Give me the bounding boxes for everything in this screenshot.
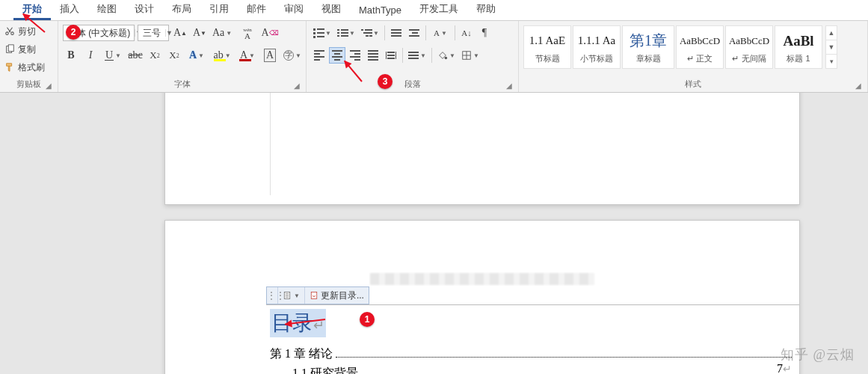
separator (425, 25, 426, 40)
watermark: 知乎 @云烟 (781, 346, 855, 364)
style-preview: 1.1 AaE (529, 31, 565, 52)
align-justify-button[interactable] (365, 47, 381, 64)
toc-update-button[interactable]: 更新目录... (304, 287, 369, 304)
shrink-font-button[interactable]: A▼ (191, 25, 208, 41)
phonetic-guide-button[interactable]: wén A (236, 25, 259, 41)
copy-label: 复制 (18, 43, 36, 56)
annotation-badge-2: 2 (66, 25, 81, 40)
font-launcher-icon[interactable]: ◢ (292, 82, 301, 91)
highlight-button[interactable]: ab▼ (211, 47, 233, 64)
copy-icon (4, 44, 15, 55)
style-name: ↵ 正文 (687, 53, 712, 64)
tab-view[interactable]: 视图 (313, 0, 350, 20)
tab-references[interactable]: 引用 (200, 0, 238, 20)
change-case-button[interactable]: Aa▼ (211, 25, 233, 41)
clear-formatting-button[interactable]: A⌫ (262, 25, 278, 41)
multilevel-list-button[interactable]: ▼ (359, 25, 381, 41)
italic-button[interactable]: I (82, 47, 99, 64)
separator (431, 48, 432, 63)
grow-font-button[interactable]: A▲ (172, 25, 188, 41)
style-preview: AaBbCcD (729, 31, 769, 52)
style-chapter-title[interactable]: 第1章 章标题 (622, 25, 674, 69)
style-preview: 1.1.1 Aa (578, 31, 615, 52)
paragraph-launcher-icon[interactable]: ◢ (505, 82, 514, 91)
increase-indent-button[interactable] (406, 25, 422, 41)
subscript-button[interactable]: X2 (147, 47, 163, 64)
style-normal[interactable]: AaBbCcD ↵ 正文 (676, 25, 724, 69)
scissors-icon (4, 26, 15, 37)
shading-button[interactable]: ▼ (435, 47, 458, 64)
phonetic-A: A (244, 33, 250, 39)
toc-entry-1-1[interactable]: 1.1 研究背景7↵ (292, 366, 792, 374)
underline-button[interactable]: U▼ (102, 47, 124, 64)
clipboard-launcher-icon[interactable]: ◢ (44, 82, 53, 91)
char-shading-button[interactable]: A (262, 47, 278, 64)
toc-leader-dots (361, 371, 792, 374)
borders-icon (461, 50, 472, 61)
copy-button[interactable]: 复制 (4, 42, 45, 57)
toc-options-button[interactable]: ▼ (277, 287, 304, 304)
gallery-up-button[interactable]: ▲ (826, 26, 837, 40)
tab-home[interactable]: 开始 (13, 0, 51, 20)
tab-insert[interactable]: 插入 (51, 0, 88, 20)
separator (402, 48, 403, 63)
borders-button[interactable]: ▼ (459, 47, 481, 64)
document-area[interactable]: ⋮⋮ ▼ 更新目录... 目录↵ 第 1 章 绪论7↵ 1.1 研究背景7↵ (0, 93, 868, 374)
gallery-down-button[interactable]: ▼ (826, 40, 837, 55)
chevron-down-icon: ▼ (294, 292, 300, 299)
tab-developer[interactable]: 开发工具 (410, 0, 467, 20)
text-effects-button[interactable]: A▼ (185, 47, 208, 64)
line-spacing-button[interactable]: ▼ (406, 47, 428, 64)
styles-group-label: 样式 (685, 79, 701, 88)
tab-review[interactable]: 审阅 (275, 0, 313, 20)
bullets-icon (313, 28, 324, 38)
previous-page (164, 93, 800, 205)
align-distribute-icon (386, 52, 396, 59)
font-color-swatch (239, 59, 251, 61)
show-marks-button[interactable]: ¶ (476, 25, 493, 41)
align-left-button[interactable] (311, 47, 327, 64)
decrease-indent-button[interactable] (388, 25, 404, 41)
style-no-spacing[interactable]: AaBbCcD ↵ 无间隔 (725, 25, 773, 69)
align-distribute-button[interactable] (383, 47, 399, 64)
bullets-button[interactable]: ▼ (311, 25, 333, 41)
current-page: ⋮⋮ ▼ 更新目录... 目录↵ 第 1 章 绪论7↵ 1.1 研究背景7↵ (164, 220, 800, 374)
highlight-color-swatch (214, 59, 226, 61)
format-painter-label: 格式刷 (18, 61, 45, 74)
toc-entry-text: 1.1 研究背景 (292, 366, 358, 374)
enclose-char-button[interactable]: 字▼ (281, 47, 304, 64)
style-subsection-title[interactable]: 1.1.1 Aa 小节标题 (573, 25, 621, 69)
style-preview: 第1章 (630, 31, 667, 52)
ribbon-tabstrip: 开始 插入 绘图 设计 布局 引用 邮件 审阅 视图 MathType 开发工具… (0, 0, 868, 21)
toc-update-label: 更新目录... (321, 289, 364, 302)
tab-draw[interactable]: 绘图 (88, 0, 126, 20)
sort-button[interactable]: A↓ (458, 25, 475, 41)
toc-field-border (266, 304, 799, 305)
tab-help[interactable]: 帮助 (467, 0, 505, 20)
tab-layout[interactable]: 布局 (163, 0, 200, 20)
line-spacing-icon (408, 51, 419, 60)
style-name: 小节标题 (580, 53, 613, 64)
style-preview: AaBl (783, 31, 813, 52)
style-section-title[interactable]: 1.1 AaE 节标题 (523, 25, 571, 69)
strikethrough-button[interactable]: abc (127, 47, 144, 64)
styles-gallery: 1.1 AaE 节标题 1.1.1 Aa 小节标题 第1章 章标题 AaBbCc… (523, 24, 837, 69)
tab-mailings[interactable]: 邮件 (238, 0, 275, 20)
styles-launcher-icon[interactable]: ◢ (854, 82, 863, 91)
tab-mathtype[interactable]: MathType (350, 1, 410, 20)
multilevel-icon (361, 29, 372, 37)
bold-button[interactable]: B (63, 47, 79, 64)
font-size-combo[interactable]: 三号 ▼ (138, 25, 169, 41)
asian-layout-button[interactable]: A▼ (429, 25, 452, 41)
outdent-icon (391, 28, 401, 37)
grip-icon[interactable]: ⋮⋮ (267, 290, 277, 301)
numbering-button[interactable]: ▼ (335, 25, 357, 41)
style-preview: AaBbCcD (680, 31, 720, 52)
format-painter-button[interactable]: 格式刷 (4, 60, 45, 75)
gallery-more-button[interactable]: ▾ (826, 55, 837, 68)
annotation-badge-3: 3 (378, 74, 393, 89)
style-heading-1[interactable]: AaBl 标题 1 (775, 25, 822, 69)
font-color-button[interactable]: A▼ (236, 47, 259, 64)
superscript-button[interactable]: X2 (166, 47, 182, 64)
tab-design[interactable]: 设计 (126, 0, 163, 20)
